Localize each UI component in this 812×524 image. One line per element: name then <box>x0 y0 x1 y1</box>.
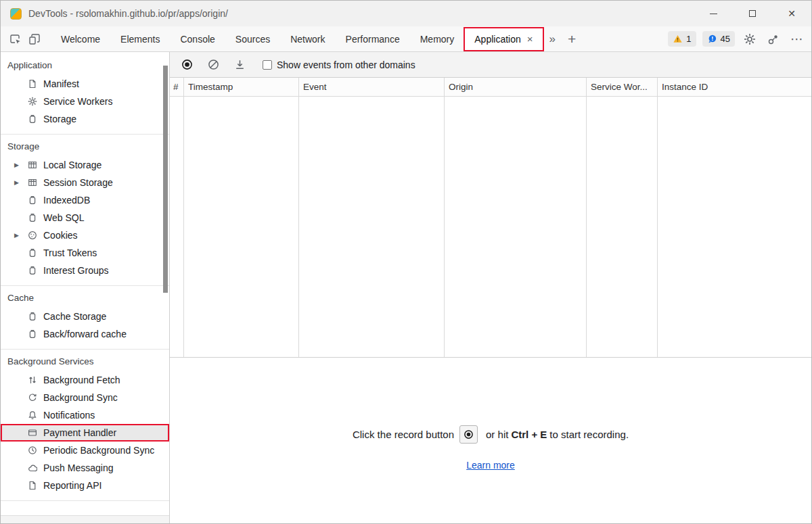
application-sidebar: Application Manifest <box>1 52 170 523</box>
payment-handler-card-icon <box>27 427 38 438</box>
sidebar-vertical-scrollbar[interactable] <box>163 66 168 293</box>
devtools-logo-icon <box>10 8 22 20</box>
show-other-domains-checkbox[interactable] <box>263 60 272 70</box>
sidebar-item-trust-tokens[interactable]: Trust Tokens <box>1 244 169 262</box>
section-title-application: Application <box>1 58 169 75</box>
column-header-instance-id[interactable]: Instance ID <box>658 78 811 96</box>
sidebar-item-periodic-background-sync[interactable]: Periodic Background Sync <box>1 442 169 459</box>
sidebar-item-background-fetch[interactable]: Background Fetch <box>1 371 169 389</box>
tab-memory[interactable]: Memory <box>410 28 465 51</box>
close-icon: ✕ <box>788 9 796 18</box>
tab-welcome[interactable]: Welcome <box>51 28 110 51</box>
maximize-button[interactable] <box>733 1 772 26</box>
section-application: Application Manifest <box>1 53 169 135</box>
add-tab-button[interactable]: + <box>562 31 582 47</box>
sidebar-item-background-sync[interactable]: Background Sync <box>1 389 169 406</box>
notifications-bell-icon <box>27 410 38 421</box>
tab-close-icon[interactable]: × <box>527 34 533 44</box>
inline-record-button[interactable] <box>459 425 478 444</box>
minimize-button[interactable] <box>694 1 733 26</box>
sidebar-item-session-storage[interactable]: ▶ Session Storage <box>1 174 169 191</box>
column-header-event[interactable]: Event <box>299 78 445 96</box>
issues-bubble-icon <box>707 34 717 44</box>
tab-performance[interactable]: Performance <box>336 28 410 51</box>
sidebar-item-notifications[interactable]: Notifications <box>1 406 169 424</box>
window-controls: ✕ <box>694 1 811 26</box>
tab-sources[interactable]: Sources <box>225 28 280 51</box>
record-icon <box>181 59 193 70</box>
settings-button[interactable] <box>741 30 759 48</box>
section-title-storage: Storage <box>1 139 169 156</box>
tab-network[interactable]: Network <box>280 28 335 51</box>
tabbar-right-controls: 1 45 <box>668 30 806 48</box>
cookie-icon <box>27 230 38 241</box>
devtools-tabbar: Welcome Elements Console Sources Network… <box>1 26 811 52</box>
expand-caret-icon[interactable]: ▶ <box>14 179 27 186</box>
background-sync-icon <box>27 392 38 403</box>
expand-caret-icon[interactable]: ▶ <box>14 232 27 239</box>
show-other-domains-label[interactable]: Show events from other domains <box>277 59 415 70</box>
warnings-badge[interactable]: 1 <box>668 31 696 47</box>
storage-jar-icon <box>27 114 38 124</box>
column-header-service-worker[interactable]: Service Wor... <box>587 78 658 96</box>
indexeddb-database-icon <box>27 195 38 206</box>
record-events-button[interactable] <box>179 57 194 72</box>
expand-caret-icon[interactable]: ▶ <box>14 162 27 168</box>
clear-events-button[interactable] <box>206 57 221 72</box>
close-button[interactable]: ✕ <box>772 1 811 26</box>
devtools-menu-button[interactable]: ⋯ <box>788 30 806 48</box>
three-dots-icon: ⋯ <box>790 31 804 47</box>
sidebar-item-local-storage[interactable]: ▶ Local Storage <box>1 156 169 174</box>
maximize-icon <box>749 10 756 17</box>
application-panel: Application Manifest <box>1 52 811 523</box>
titlebar: DevTools - rsolomakhin.github.io/pr/apps… <box>1 1 811 26</box>
device-toolbar-button[interactable] <box>25 29 44 49</box>
sidebar-item-indexeddb[interactable]: IndexedDB <box>1 191 169 209</box>
tab-console[interactable]: Console <box>170 28 225 51</box>
focus-mode-icon <box>767 33 780 45</box>
sidebar-item-service-workers[interactable]: Service Workers <box>1 93 169 110</box>
section-title-cache: Cache <box>1 291 169 308</box>
focus-mode-button[interactable] <box>765 30 782 48</box>
warnings-count: 1 <box>686 34 691 44</box>
inspect-element-button[interactable] <box>6 29 25 49</box>
section-cache: Cache Cache Storage <box>1 286 169 350</box>
sidebar-item-back-forward-cache[interactable]: Back/forward cache <box>1 325 169 343</box>
trust-tokens-jar-icon <box>27 247 38 258</box>
sidebar-item-manifest[interactable]: Manifest <box>1 75 169 93</box>
back-forward-cache-jar-icon <box>27 329 38 339</box>
empty-state-panel: Click the record button or hit Ctrl + E … <box>170 357 811 523</box>
sidebar-item-interest-groups[interactable]: Interest Groups <box>1 262 169 279</box>
section-title-background-services: Background Services <box>1 354 169 371</box>
sidebar-item-payment-handler[interactable]: Payment Handler <box>1 424 169 442</box>
record-icon <box>464 429 474 439</box>
sidebar-horizontal-scrollbar[interactable] <box>1 515 169 523</box>
sidebar-item-storage[interactable]: Storage <box>1 110 169 128</box>
save-events-button[interactable] <box>232 57 247 72</box>
events-table-body <box>170 97 811 357</box>
tab-elements[interactable]: Elements <box>110 28 170 51</box>
column-header-origin[interactable]: Origin <box>445 78 587 96</box>
gear-icon <box>744 33 756 45</box>
web-sql-database-icon <box>27 212 38 223</box>
cache-storage-jar-icon <box>27 311 38 322</box>
device-toolbar-icon <box>28 33 41 45</box>
session-storage-table-icon <box>27 177 38 188</box>
tab-application[interactable]: Application × <box>464 28 543 51</box>
sidebar-item-web-sql[interactable]: Web SQL <box>1 209 169 227</box>
column-header-number[interactable]: # <box>170 78 184 96</box>
panel-tabs: Welcome Elements Console Sources Network… <box>51 26 582 52</box>
domain-filter-group: Show events from other domains <box>263 59 415 70</box>
events-table-header: # Timestamp Event Origin Service Wor... … <box>170 78 811 97</box>
minimize-icon <box>710 14 717 14</box>
column-header-timestamp[interactable]: Timestamp <box>184 78 299 96</box>
more-tabs-button[interactable]: » <box>543 32 562 46</box>
sidebar-item-cache-storage[interactable]: Cache Storage <box>1 308 169 325</box>
issues-badge[interactable]: 45 <box>702 31 735 47</box>
learn-more-link[interactable]: Learn more <box>466 460 515 471</box>
sidebar-item-push-messaging[interactable]: Push Messaging <box>1 459 169 477</box>
events-toolbar: Show events from other domains <box>170 52 811 78</box>
sidebar-item-cookies[interactable]: ▶ Cookies <box>1 227 169 244</box>
window-title: DevTools - rsolomakhin.github.io/pr/apps… <box>28 8 228 19</box>
sidebar-item-reporting-api[interactable]: Reporting API <box>1 477 169 494</box>
